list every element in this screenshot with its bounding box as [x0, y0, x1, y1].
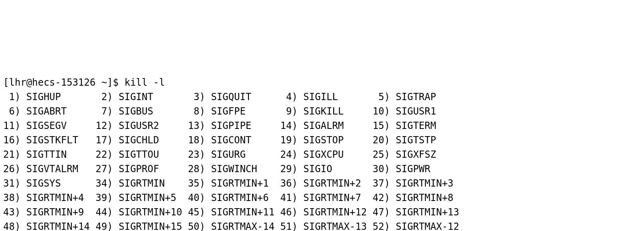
signal-row: 31) SIGSYS 34) SIGRTMIN 35) SIGRTMIN+1 3…	[3, 176, 641, 191]
signal-row: 26) SIGVTALRM 27) SIGPROF 28) SIGWINCH 2…	[3, 162, 641, 176]
signal-row: 21) SIGTTIN 22) SIGTTOU 23) SIGURG 24) S…	[3, 147, 641, 162]
prompt-text: [lhr@hecs-153126 ~]$ kill -l	[3, 77, 165, 88]
signal-row: 1) SIGHUP 2) SIGINT 3) SIGQUIT 4) SIGILL…	[3, 90, 641, 104]
signal-row: 11) SIGSEGV 12) SIGUSR2 13) SIGPIPE 14) …	[3, 119, 641, 133]
terminal-output: [lhr@hecs-153126 ~]$ kill -l 1) SIGHUP 2…	[3, 61, 641, 231]
signal-row: 16) SIGSTKFLT 17) SIGCHLD 18) SIGCONT 19…	[3, 133, 641, 147]
signal-row: 38) SIGRTMIN+4 39) SIGRTMIN+5 40) SIGRTM…	[3, 191, 641, 205]
signal-row: 6) SIGABRT 7) SIGBUS 8) SIGFPE 9) SIGKIL…	[3, 104, 641, 119]
signal-row: 48) SIGRTMIN+14 49) SIGRTMIN+15 50) SIGR…	[3, 219, 641, 231]
prompt-line: [lhr@hecs-153126 ~]$ kill -l	[3, 75, 641, 90]
signal-row: 43) SIGRTMIN+9 44) SIGRTMIN+10 45) SIGRT…	[3, 205, 641, 219]
signal-listing: 1) SIGHUP 2) SIGINT 3) SIGQUIT 4) SIGILL…	[3, 90, 641, 231]
